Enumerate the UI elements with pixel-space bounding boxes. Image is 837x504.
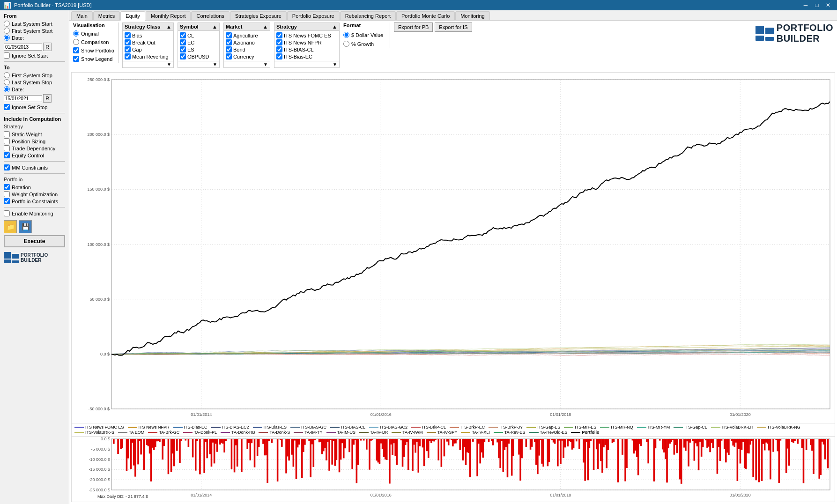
execute-button[interactable]: Execute <box>4 235 65 247</box>
enable-monitoring-item[interactable]: Enable Monitoring <box>4 210 65 216</box>
dd-max-label: Max Daily DD: - 21 877.4 $ <box>97 494 148 499</box>
sc-breakout[interactable]: Break Out <box>123 39 173 46</box>
portfolio-constraints-item[interactable]: Portfolio Constraints <box>4 198 65 204</box>
legend-item: ITS-BIAS-CL <box>330 425 365 430</box>
market-scroll-up[interactable]: ▲ <box>263 24 268 30</box>
dd-chart[interactable]: Max Daily DD: - 21 877.4 $ <box>71 437 835 502</box>
strategy-scroll-up[interactable]: ▲ <box>332 24 337 30</box>
format-section: Format $ Dollar Value % Growth <box>343 22 390 48</box>
execute-area: 📁 💾 Execute <box>4 220 65 247</box>
export-pb-button[interactable]: Export for PB <box>394 22 433 32</box>
tab-monthly-report[interactable]: Monthly Report <box>146 11 191 20</box>
export-is-button[interactable]: Export for IS <box>435 22 472 32</box>
tab-rebalancing-report[interactable]: Rebalancing Report <box>340 11 396 20</box>
to-date-option[interactable]: Date: <box>4 86 65 92</box>
tab-monitoring[interactable]: Monitoring <box>455 11 489 20</box>
show-legend-check[interactable]: Show Legend <box>73 56 114 62</box>
original-radio[interactable]: Original <box>73 30 114 37</box>
trade-dependency-item[interactable]: Trade Dependency <box>4 145 65 151</box>
computation-checkboxes: Static Weight Position Sizing Trade Depe… <box>4 131 65 158</box>
to-date-input[interactable] <box>4 95 42 102</box>
show-portfolio-check[interactable]: Show Portfolio <box>73 47 114 53</box>
legend-item: TA-Donk-PL <box>183 430 217 435</box>
from-section-label: From <box>4 13 65 19</box>
mkt-agriculture[interactable]: Agriculture <box>224 32 270 39</box>
sym-gbpusd[interactable]: GBPUSD <box>178 53 219 60</box>
from-date-option[interactable]: Date: <box>4 35 65 41</box>
strategy-class-scroll-up[interactable]: ▲ <box>166 24 171 30</box>
legend-item: ITS-Bias-EC <box>173 425 207 430</box>
from-date-reset[interactable]: R <box>43 43 52 51</box>
tab-main[interactable]: Main <box>71 11 93 20</box>
position-sizing-item[interactable]: Position Sizing <box>4 138 65 144</box>
minimize-button[interactable]: ─ <box>800 0 811 10</box>
legend-item: ITS-BIAS-EC2 <box>211 425 249 430</box>
legend-item: ITS-BIAS-GC <box>290 425 326 430</box>
close-button[interactable]: ✕ <box>823 0 833 10</box>
tab-metrics[interactable]: Metrics <box>93 11 120 20</box>
comparison-radio[interactable]: Comparison <box>73 39 114 45</box>
mkt-currency[interactable]: Currency <box>224 53 270 60</box>
to-date-reset[interactable]: R <box>43 94 52 103</box>
main-chart[interactable] <box>71 72 835 423</box>
folder-button[interactable]: 📁 <box>4 220 17 233</box>
sym-es[interactable]: ES <box>178 46 219 53</box>
legend-item: TA-IM-US <box>326 430 356 435</box>
to-radio-group: First System Stop Last System Stop Date: <box>4 72 65 92</box>
legend-item: TA EOM <box>118 430 144 435</box>
market-header: Market ▲ <box>224 23 270 31</box>
tab-portfolio-monte-carlo[interactable]: Portfolio Monte Carlo <box>396 11 455 20</box>
dollar-value-radio[interactable]: $ Dollar Value <box>343 32 386 38</box>
tab-correlations[interactable]: Correlations <box>191 11 229 20</box>
sym-cl[interactable]: CL <box>178 32 219 39</box>
tab-equity[interactable]: Equity <box>120 11 145 21</box>
legend-item: ITS-Gap-ES <box>526 425 560 430</box>
strat-bias-cl[interactable]: ITS-BIAS-CL <box>274 46 339 53</box>
strategy-class-list: Bias Break Out Gap Mean Reverting <box>123 31 173 61</box>
legend-item: ITS-MR-NQ <box>600 425 633 430</box>
from-radio-group: Last System Start First System Start Dat… <box>4 21 65 41</box>
portfolio-label: Portfolio <box>4 177 65 182</box>
legend-item: ITS News FOMC ES <box>74 425 124 430</box>
save-button[interactable]: 💾 <box>19 220 32 233</box>
from-date-input[interactable] <box>4 44 42 51</box>
legend-item: ITS-BrkP-EC <box>450 425 485 430</box>
rotation-item[interactable]: Rotation <box>4 184 65 190</box>
sc-mean-reverting[interactable]: Mean Reverting <box>123 53 173 60</box>
sc-gap[interactable]: Gap <box>123 46 173 53</box>
strat-nfpr[interactable]: ITS News NFPR <box>274 39 339 46</box>
from-date-row: R <box>4 43 65 51</box>
ignore-set-stop-item[interactable]: Ignore Set Stop <box>4 104 65 110</box>
sc-bias[interactable]: Bias <box>123 32 173 39</box>
tab-portfolio-exposure[interactable]: Portfolio Exposure <box>287 11 340 20</box>
legend-item: ITS-BrkP-JY <box>489 425 523 430</box>
growth-radio[interactable]: % Growth <box>343 41 386 47</box>
equity-control-item[interactable]: Equity Control <box>4 152 65 158</box>
strat-fomc[interactable]: ITS News FOMC ES <box>274 32 339 39</box>
mm-constraints-item[interactable]: MM Constraints <box>4 164 65 170</box>
symbol-scroll-down[interactable]: ▼ <box>213 62 217 67</box>
weight-optimization-item[interactable]: Weight Optimization <box>4 191 65 197</box>
tab-strategies-exposure[interactable]: Strategies Exposure <box>230 11 287 20</box>
symbol-scroll-up[interactable]: ▲ <box>212 24 217 30</box>
from-first-system-start[interactable]: First System Start <box>4 28 65 34</box>
from-last-system-start[interactable]: Last System Start <box>4 21 65 27</box>
strategy-class-group: Strategy Class ▲ Bias Break Out Gap Mean… <box>122 22 174 68</box>
strategy-header: Strategy ▲ <box>274 23 339 31</box>
tab-bar: Main Metrics Equity Monthly Report Corre… <box>69 10 837 21</box>
maximize-button[interactable]: □ <box>812 0 822 10</box>
market-scroll-down[interactable]: ▼ <box>263 62 268 67</box>
market-list: Agriculture Azionario Bond Currency <box>224 31 270 61</box>
mkt-azionario[interactable]: Azionario <box>224 39 270 46</box>
strategy-scroll-down[interactable]: ▼ <box>333 62 337 67</box>
strat-bias-ec[interactable]: ITS-Bias-EC <box>274 53 339 60</box>
static-weight-item[interactable]: Static Weight <box>4 131 65 137</box>
to-last-system-stop[interactable]: Last System Stop <box>4 79 65 85</box>
ignore-set-start-item[interactable]: Ignore Set Start <box>4 52 65 59</box>
to-first-system-stop[interactable]: First System Stop <box>4 72 65 78</box>
mkt-bond[interactable]: Bond <box>224 46 270 53</box>
sym-ec[interactable]: EC <box>178 39 219 46</box>
legend-item: TA-IM-TY <box>294 430 322 435</box>
legend-item: ITS-VolaBRK-LH <box>711 425 754 430</box>
strategy-class-scroll-down[interactable]: ▼ <box>167 62 171 67</box>
